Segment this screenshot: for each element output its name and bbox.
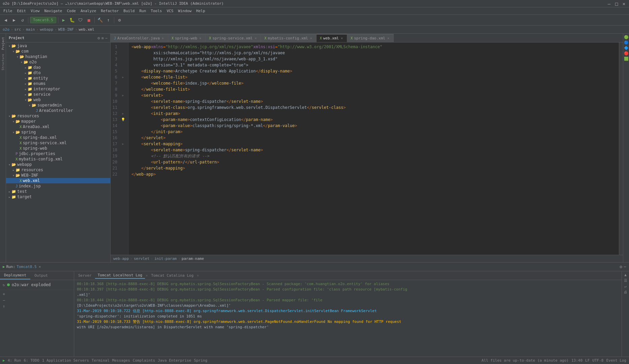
run-status-icon[interactable]: ▶ — [3, 358, 5, 363]
menu-item-file[interactable]: File — [1, 8, 14, 14]
tree-arrow[interactable]: ▸ — [7, 195, 11, 199]
tree-item-areacontroller[interactable]: JAreaController — [6, 108, 110, 113]
tree-item-webapp[interactable]: ▾📂webapp — [6, 162, 110, 167]
tab-spring-web[interactable]: X spring-web × — [168, 34, 206, 42]
menu-item-help[interactable]: Help — [194, 8, 207, 14]
coverage-button[interactable]: 🛡 — [77, 17, 84, 24]
tab-close-mybatis[interactable]: × — [309, 36, 313, 40]
gutter-17[interactable]: ▶ — [120, 141, 126, 147]
tree-arrow[interactable]: ▸ — [24, 77, 28, 80]
settings-bottom-icon[interactable]: ⚙ — [620, 264, 622, 269]
tree-arrow[interactable]: ▾ — [11, 50, 16, 53]
tree-item-interceptor[interactable]: ▸📁interceptor — [6, 86, 110, 92]
tree-item-mybatisconfigxml[interactable]: Xmybatis-config.xml — [6, 156, 110, 162]
run-config-selector[interactable]: Tomcat8.5 — [30, 17, 56, 23]
scroll-up-icon[interactable]: ▲ — [624, 273, 627, 277]
wrap-icon[interactable]: ↵ — [624, 284, 627, 289]
structure-tab[interactable]: Structure — [1, 52, 5, 72]
output-sidebar-tab[interactable]: Output — [30, 272, 52, 279]
tree-arrow[interactable]: ▸ — [11, 168, 16, 172]
tree-item-webxml[interactable]: Xweb.xml — [6, 178, 110, 183]
code-line-18[interactable]: <servlet-name>spring-dispatcher</servlet… — [131, 147, 616, 153]
ie-icon[interactable]: 🔷 — [624, 46, 629, 50]
server-tab[interactable]: Server — [76, 273, 94, 278]
localhost-log-close[interactable]: × — [146, 274, 148, 277]
nav-webinf[interactable]: WEB-INF — [58, 27, 74, 32]
nav-webapp[interactable]: webapp — [40, 27, 53, 32]
code-line-22[interactable]: </web-app> — [131, 171, 616, 177]
tree-item-areadaoxml[interactable]: XAreaDao.xml — [6, 124, 110, 129]
tree-item-com[interactable]: ▾📂com — [6, 49, 110, 54]
gear-icon[interactable]: ⚙ — [97, 36, 100, 40]
tree-item-springweb[interactable]: Xspring-web — [6, 146, 110, 151]
tree-arrow[interactable]: ▾ — [16, 55, 20, 59]
event-log-label[interactable]: Event Log — [606, 358, 626, 363]
tree-item-springdaoxml[interactable]: Xspring-dao.xml — [6, 135, 110, 140]
tree-item-dto[interactable]: ▸📁dto — [6, 70, 110, 75]
tab-spring-dao[interactable]: X spring-dao.xml × — [347, 34, 394, 42]
tree-arrow[interactable]: ▾ — [24, 98, 28, 102]
gutter-12[interactable]: ▶ — [120, 111, 126, 117]
code-line-17[interactable]: <servlet-mapping> — [131, 141, 616, 147]
tree-item-target[interactable]: ▸📁target — [6, 194, 110, 200]
deployment-item[interactable]: ↻ o2o:war exploded — [0, 281, 74, 288]
tab-web-xml[interactable]: X web.xml × — [317, 34, 347, 42]
code-line-6[interactable]: <welcome-file-list> — [131, 74, 616, 80]
build-button[interactable]: 🔨 — [96, 17, 104, 24]
tree-item-o2o[interactable]: ▾📂o2o — [6, 59, 110, 65]
code-line-19[interactable]: <!-- 默认匹配所有的请求 --> — [131, 153, 616, 159]
catalina-log-close[interactable]: × — [197, 274, 199, 277]
tree-item-test[interactable]: ▸📁test — [6, 189, 110, 194]
app-servers-label[interactable]: 1 Application Servers — [42, 358, 89, 363]
menu-item-edit[interactable]: Edit — [15, 8, 28, 14]
firefox-icon[interactable]: 🔵 — [624, 40, 629, 45]
sort-icon[interactable]: ≡ — [101, 36, 104, 40]
code-line-20[interactable]: <url-pattern>/</url-pattern> — [131, 159, 616, 165]
tree-arrow[interactable]: ▾ — [11, 120, 16, 123]
tree-item-enums[interactable]: ▸📁enums — [6, 81, 110, 86]
menu-item-code[interactable]: Code — [65, 8, 78, 14]
tree-arrow[interactable]: ▾ — [7, 44, 11, 48]
tree-arrow[interactable]: ▸ — [24, 87, 28, 91]
right-scrollbar[interactable] — [619, 42, 623, 255]
menu-item-view[interactable]: View — [29, 8, 42, 14]
stop-button[interactable]: ■ — [85, 17, 93, 24]
chrome-icon[interactable]: 🟢 — [624, 35, 629, 39]
tab-mybatis-config[interactable]: X mybatis-config.xml × — [261, 34, 316, 42]
print-icon[interactable]: 🖨 — [624, 290, 627, 294]
run-config-name[interactable]: Tomcat8.5 — [17, 265, 37, 269]
maximize-button[interactable]: □ — [614, 1, 619, 6]
tree-arrow[interactable]: ▾ — [7, 114, 11, 118]
tree-item-resources[interactable]: ▾📂resources — [6, 113, 110, 119]
tree-arrow[interactable]: ▸ — [7, 190, 11, 193]
sidebar-action-3[interactable]: ↑ — [0, 303, 74, 309]
code-line-7[interactable]: <welcome-file>index.jsp</welcome-file> — [131, 80, 616, 86]
todo-label[interactable]: 6: TODO — [24, 358, 39, 363]
tree-arrow[interactable]: ▾ — [28, 103, 32, 107]
code-line-13[interactable]: <param-name>contextConfigLocation</param… — [131, 117, 616, 123]
catalina-log-tab[interactable]: Tomcat Catalina Log — [148, 273, 196, 278]
menu-item-vcs[interactable]: VCS — [164, 8, 175, 14]
nav-main[interactable]: main — [26, 27, 35, 32]
project-tab[interactable]: Project — [1, 35, 5, 52]
spring-label[interactable]: Spring — [194, 358, 207, 363]
tab-spring-service[interactable]: X spring-service.xml × — [206, 34, 261, 42]
tree-item-spring[interactable]: ▾📂spring — [6, 129, 110, 135]
sidebar-action-2[interactable]: − — [0, 297, 74, 303]
tree-item-huangtian[interactable]: ▾📂huangtian — [6, 54, 110, 59]
code-line-12[interactable]: <init-param> — [131, 111, 616, 117]
tree-item-service[interactable]: ▸📁service — [6, 92, 110, 97]
messages-label[interactable]: Messages — [112, 358, 130, 363]
bc-servlet[interactable]: servlet — [134, 256, 149, 261]
tree-item-java[interactable]: ▾📂java — [6, 43, 110, 49]
tree-arrow[interactable]: ▾ — [11, 174, 16, 177]
code-line-1[interactable]: <web-app xmlns="http://xmlns.jcp.org/xml… — [131, 44, 616, 50]
code-line-11[interactable]: <servlet-class>org.springframework.web.s… — [131, 104, 616, 111]
tree-item-resources[interactable]: ▸📁resources — [6, 167, 110, 173]
filter-icon[interactable]: ☰ — [624, 278, 627, 283]
edge-icon[interactable]: 🟩 — [624, 57, 629, 61]
run-bottom-label[interactable]: 4: Run — [8, 358, 21, 363]
code-line-16[interactable]: </servlet> — [131, 135, 616, 141]
tab-close-webxml[interactable]: × — [340, 36, 343, 40]
code-line-8[interactable]: </welcome-file-list> — [131, 86, 616, 92]
